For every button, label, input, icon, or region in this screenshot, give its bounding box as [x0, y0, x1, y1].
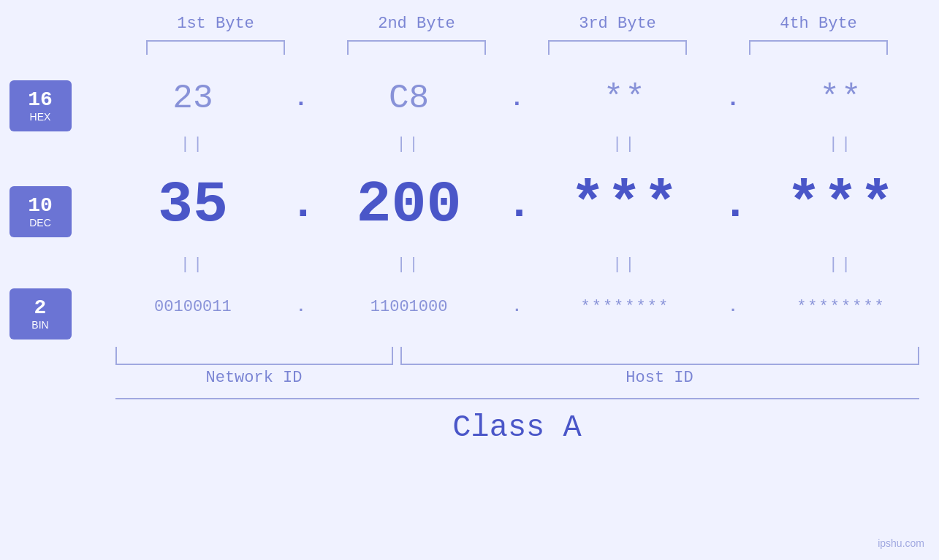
- bracket-byte1: [146, 40, 285, 55]
- attribution: ipshu.com: [878, 537, 924, 549]
- hex-b1-cell: 23: [113, 80, 273, 118]
- hex-badge: 16 HEX: [9, 80, 72, 131]
- dec-name: DEC: [29, 217, 51, 229]
- base-labels: 16 HEX 10 DEC 2 BIN: [9, 69, 104, 340]
- bin-dot1: .: [290, 298, 312, 316]
- data-values: 23 . C8 . ** . ** ||: [104, 69, 930, 332]
- class-bar-line: [115, 398, 919, 399]
- sep1-b3: ||: [544, 135, 705, 153]
- bin-b1-cell: 00100011: [113, 298, 273, 316]
- hex-b4: **: [819, 80, 862, 118]
- dec-number: 10: [28, 195, 53, 218]
- id-brackets: [115, 347, 919, 365]
- sep2-b1: ||: [113, 256, 273, 274]
- byte1-label: 1st Byte: [135, 15, 296, 33]
- main-container: 1st Byte 2nd Byte 3rd Byte 4th Byte 16 H…: [0, 0, 939, 560]
- network-id-bracket: [115, 347, 393, 365]
- bin-dot2: .: [506, 298, 528, 316]
- hex-b1: 23: [172, 80, 213, 118]
- bin-b3: ********: [580, 298, 669, 316]
- pipe6: ||: [396, 256, 421, 274]
- class-label: Class A: [115, 410, 919, 445]
- dec-dot2: .: [506, 180, 528, 229]
- top-brackets: [115, 40, 919, 55]
- host-id-label: Host ID: [400, 369, 919, 387]
- pipe4: ||: [829, 135, 854, 153]
- pipe2: ||: [396, 135, 421, 153]
- pipe3: ||: [612, 135, 637, 153]
- pipe5: ||: [180, 256, 205, 274]
- bin-b2-cell: 11001000: [329, 298, 490, 316]
- sep1-b2: ||: [329, 135, 490, 153]
- bracket-byte4: [749, 40, 888, 55]
- hex-number: 16: [28, 89, 53, 112]
- hex-row: 23 . C8 . ** . **: [104, 69, 930, 128]
- id-labels: Network ID Host ID: [115, 369, 919, 387]
- bottom-section: Network ID Host ID: [115, 347, 919, 398]
- bin-row: 00100011 . 11001000 . ******** . *******…: [104, 281, 930, 332]
- hex-b3: **: [604, 80, 647, 118]
- bin-number: 2: [34, 297, 47, 320]
- dec-b2: 200: [357, 172, 462, 238]
- pipe7: ||: [612, 256, 637, 274]
- bin-b3-cell: ********: [544, 298, 705, 316]
- bracket-byte2: [347, 40, 486, 55]
- class-section: Class A: [115, 398, 919, 445]
- hex-name: HEX: [30, 111, 51, 123]
- dec-b4: ***: [786, 172, 896, 238]
- byte4-label: 4th Byte: [738, 15, 899, 33]
- hex-b4-cell: **: [761, 80, 921, 118]
- dec-b3-cell: ***: [544, 172, 705, 238]
- sep1-b1: ||: [113, 135, 273, 153]
- sep1-b4: ||: [761, 135, 921, 153]
- sep2-b4: ||: [761, 256, 921, 274]
- bin-b4-cell: ********: [761, 298, 921, 316]
- bracket-byte3: [548, 40, 687, 55]
- dec-row: 35 . 200 . *** . ***: [104, 161, 930, 248]
- dec-dot3: .: [722, 180, 744, 229]
- hex-b2: C8: [389, 80, 429, 118]
- pipe8: ||: [829, 256, 854, 274]
- hex-dot1: .: [290, 85, 312, 112]
- main-data-grid: 16 HEX 10 DEC 2 BIN: [9, 69, 930, 340]
- dec-badge: 10 DEC: [9, 186, 72, 237]
- dec-b1: 35: [158, 172, 228, 238]
- dec-b1-cell: 35: [113, 172, 273, 238]
- dec-b3: ***: [570, 172, 680, 238]
- host-id-bracket: [400, 347, 919, 365]
- sep-row-1: || || || ||: [104, 128, 930, 161]
- dec-b4-cell: ***: [761, 172, 921, 238]
- sep2-b3: ||: [544, 256, 705, 274]
- sep2-b2: ||: [329, 256, 490, 274]
- byte3-label: 3rd Byte: [537, 15, 698, 33]
- bin-name: BIN: [31, 319, 48, 331]
- sep-row-2: || || || ||: [104, 248, 930, 281]
- bin-b4: ********: [797, 298, 886, 316]
- pipe1: ||: [180, 135, 205, 153]
- hex-dot3: .: [722, 85, 744, 112]
- hex-b2-cell: C8: [329, 80, 490, 118]
- network-id-label: Network ID: [115, 369, 393, 387]
- hex-b3-cell: **: [544, 80, 705, 118]
- bin-b1: 00100011: [154, 298, 232, 316]
- bin-b2: 11001000: [370, 298, 448, 316]
- bin-dot3: .: [722, 298, 744, 316]
- byte-headers: 1st Byte 2nd Byte 3rd Byte 4th Byte: [115, 15, 919, 33]
- dec-dot1: .: [290, 180, 312, 229]
- hex-dot2: .: [506, 85, 528, 112]
- byte2-label: 2nd Byte: [336, 15, 497, 33]
- dec-b2-cell: 200: [329, 172, 490, 238]
- bin-badge: 2 BIN: [9, 288, 72, 340]
